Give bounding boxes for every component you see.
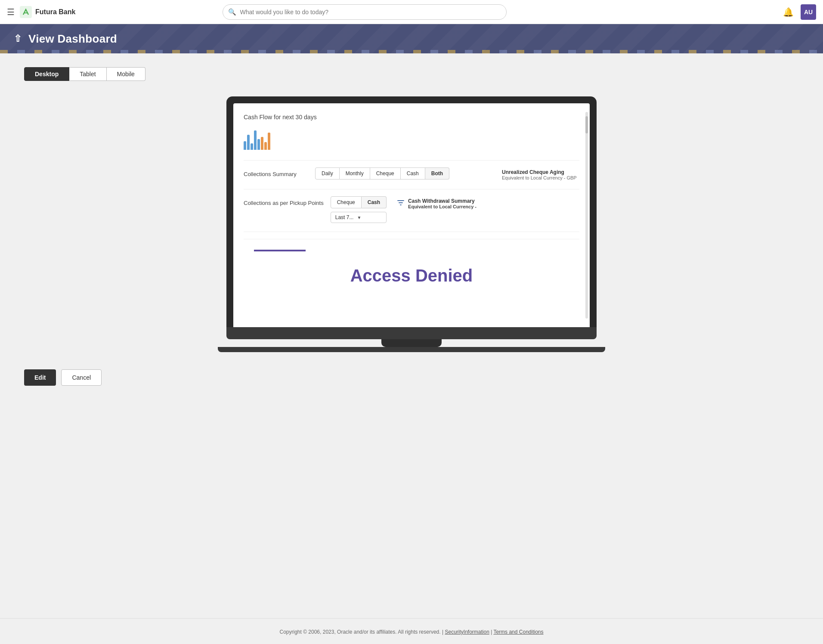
toggle-monthly[interactable]: Monthly [340, 167, 370, 180]
avatar[interactable]: AU [801, 4, 816, 20]
cash-withdrawal-heading: Cash Withdrawal Summary [408, 198, 486, 204]
cash-withdrawal-widget: Cash Withdrawal Summary Equivalent to Lo… [408, 196, 486, 209]
access-denied-bar [254, 250, 306, 251]
access-denied-text: Access Denied [254, 262, 569, 290]
toggle-cheque[interactable]: Cheque [370, 167, 401, 180]
footer-copyright: Copyright © 2006, 2023, Oracle and/or it… [279, 629, 440, 635]
cash-flow-chart [244, 124, 579, 150]
laptop-base [226, 327, 597, 339]
pickup-row: Collections as per Pickup Points Cheque … [244, 196, 579, 223]
top-nav: ☰ Futura Bank 🔍 🔔 AU [0, 0, 823, 24]
dropdown-arrow-icon: ▼ [357, 215, 361, 220]
access-denied-section: Access Denied [244, 239, 579, 300]
nav-right: 🔔 AU [783, 4, 816, 20]
collections-summary-row: Collections Summary Daily Monthly Cheque… [244, 167, 579, 180]
bell-icon[interactable]: 🔔 [783, 7, 794, 17]
footer-security-link[interactable]: SecurityInformation [445, 629, 489, 635]
pickup-dropdown-value: Last 7... [335, 214, 354, 220]
footer-separator-2: | [491, 629, 492, 635]
footer-terms-link[interactable]: Terms and Conditions [493, 629, 543, 635]
search-icon: 🔍 [228, 8, 236, 16]
tab-tablet[interactable]: Tablet [69, 67, 106, 81]
laptop-screen-inner: Cash Flow for next 30 days [233, 103, 590, 327]
laptop-content: Cash Flow for next 30 days [233, 103, 590, 310]
brand-name: Futura Bank [35, 8, 75, 16]
pickup-controls: Cheque Cash Last 7... ▼ [331, 196, 387, 223]
laptop-screen-outer: Cash Flow for next 30 days [226, 96, 597, 327]
footer-separator-1: | [442, 629, 443, 635]
laptop-scrollbar [585, 112, 588, 319]
collections-summary-label: Collections Summary [244, 167, 308, 177]
view-tabs: Desktop Tablet Mobile [24, 67, 799, 81]
laptop-scrollbar-thumb [585, 116, 588, 133]
toggle-both[interactable]: Both [425, 167, 449, 180]
pickup-label: Collections as per Pickup Points [244, 196, 324, 206]
laptop: Cash Flow for next 30 days [226, 96, 597, 352]
search-input[interactable] [223, 4, 507, 20]
cash-flow-title: Cash Flow for next 30 days [244, 114, 579, 121]
header-banner: ⇧ View Dashboard [0, 24, 823, 53]
pickup-dropdown[interactable]: Last 7... ▼ [331, 212, 387, 223]
search-bar: 🔍 [223, 4, 507, 20]
page-footer: Copyright © 2006, 2023, Oracle and/or it… [0, 618, 823, 644]
unrealized-cheque-widget: Unrealized Cheque Aging Equivalent to Lo… [502, 167, 579, 180]
pickup-toggle-cash[interactable]: Cash [362, 196, 387, 208]
collections-toggle-group: Daily Monthly Cheque Cash Both [315, 167, 449, 180]
hamburger-icon[interactable]: ☰ [7, 7, 15, 17]
edit-button[interactable]: Edit [24, 369, 56, 386]
tab-desktop[interactable]: Desktop [24, 67, 69, 81]
main-content: Desktop Tablet Mobile Cash Flow for next… [0, 53, 823, 618]
brand-logo: Futura Bank [20, 6, 75, 18]
laptop-wrap: Cash Flow for next 30 days [24, 96, 799, 352]
pickup-toggle-cheque[interactable]: Cheque [331, 196, 362, 208]
cash-withdrawal-sub: Equivalent to Local Currency - [408, 204, 486, 209]
header-banner-decor [0, 24, 823, 53]
laptop-foot [218, 347, 605, 352]
filter-icon[interactable] [397, 196, 405, 208]
cash-flow-section: Cash Flow for next 30 days [244, 114, 579, 150]
unrealized-cheque-sub: Equivalent to Local Currency - GBP [502, 175, 579, 180]
svg-rect-0 [20, 6, 32, 18]
brand-logo-icon [20, 6, 32, 18]
toggle-daily[interactable]: Daily [315, 167, 340, 180]
toggle-cash[interactable]: Cash [401, 167, 425, 180]
action-buttons: Edit Cancel [24, 369, 799, 386]
cancel-button[interactable]: Cancel [61, 369, 102, 386]
tab-mobile[interactable]: Mobile [107, 67, 145, 81]
unrealized-cheque-heading: Unrealized Cheque Aging [502, 169, 579, 175]
laptop-stand [381, 339, 442, 347]
pickup-toggle-group: Cheque Cash [331, 196, 387, 208]
